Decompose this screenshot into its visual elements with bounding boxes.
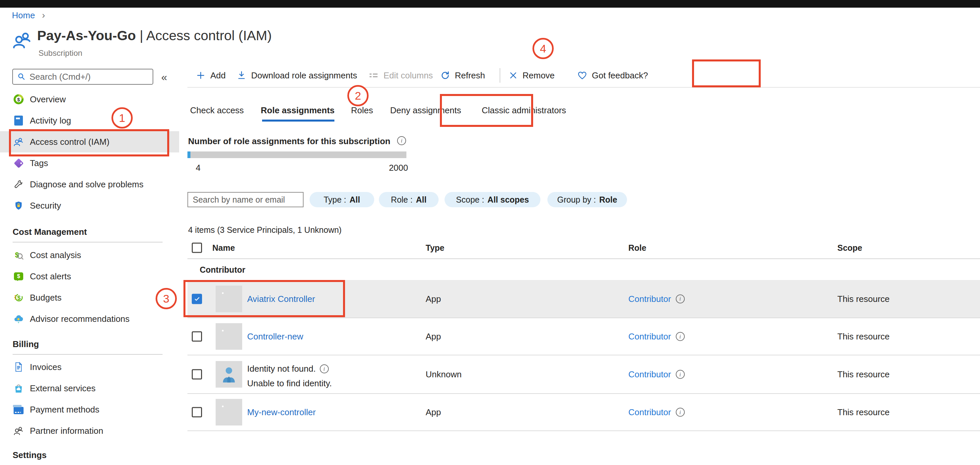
avatar: [216, 286, 242, 312]
sidebar-item-access-control-iam[interactable]: Access control (IAM): [0, 131, 179, 152]
sidebar-section-billing: Billing: [13, 339, 39, 349]
column-header-name[interactable]: Name: [212, 243, 235, 253]
scope-cell: This resource: [837, 369, 890, 380]
search-icon: [17, 72, 26, 81]
principal-name-link[interactable]: Aviatrix Controller: [247, 294, 315, 304]
sidebar: « Overview Activity log Access control (…: [0, 63, 184, 465]
budgets-icon: $: [13, 292, 24, 303]
identity-not-found-subtext: Unable to find identity.: [247, 378, 332, 388]
sidebar-item-invoices[interactable]: Invoices: [0, 356, 179, 378]
sidebar-search-box[interactable]: [12, 69, 153, 85]
download-icon: [237, 70, 247, 80]
info-icon[interactable]: i: [676, 294, 685, 303]
filter-pill-type[interactable]: Type :All: [310, 192, 374, 207]
row-checkbox[interactable]: [192, 407, 202, 417]
info-icon[interactable]: i: [320, 364, 329, 373]
tab-deny-assignments[interactable]: Deny assignments: [390, 101, 461, 119]
principal-type: App: [426, 294, 441, 304]
sidebar-item-diagnose[interactable]: Diagnose and solve problems: [0, 174, 179, 195]
table-row[interactable]: Identity not found. i Unable to find ide…: [188, 355, 980, 393]
sidebar-item-cost-analysis[interactable]: $ Cost analysis: [0, 244, 179, 266]
principal-name-link[interactable]: Controller-new: [247, 331, 303, 342]
info-icon[interactable]: i: [676, 370, 685, 379]
download-role-assignments-button[interactable]: Download role assignments: [237, 65, 357, 86]
sidebar-item-budgets[interactable]: $ Budgets: [0, 287, 179, 308]
filter-pill-role[interactable]: Role :All: [379, 192, 439, 207]
sidebar-item-overview[interactable]: Overview: [0, 89, 179, 110]
sidebar-item-activity-log[interactable]: Activity log: [0, 110, 179, 131]
refresh-button[interactable]: Refresh: [440, 65, 485, 86]
edit-columns-icon: [368, 70, 379, 81]
tab-check-access[interactable]: Check access: [190, 101, 244, 119]
table-row[interactable]: Aviatrix Controller App Contributori Thi…: [188, 280, 980, 318]
row-checkbox[interactable]: [192, 331, 202, 342]
role-link[interactable]: Contributor: [628, 407, 671, 417]
row-checkbox[interactable]: [192, 369, 202, 380]
role-assignments-table: Name Type Role Scope Contributor Aviatri…: [188, 237, 980, 431]
info-icon[interactable]: i: [676, 332, 685, 341]
sidebar-item-advisor[interactable]: Advisor recommendations: [0, 308, 179, 329]
overview-donut-icon: [13, 94, 24, 105]
app-window-icon: [220, 291, 237, 307]
section-divider: [13, 242, 162, 243]
toolbar-rule: [188, 87, 980, 88]
breadcrumb-home-link[interactable]: Home: [12, 10, 35, 20]
sidebar-collapse-icon[interactable]: «: [161, 71, 167, 83]
avatar: [216, 323, 242, 350]
tab-role-assignments[interactable]: Role assignments: [261, 101, 335, 119]
column-header-role[interactable]: Role: [628, 243, 646, 253]
role-link[interactable]: Contributor: [628, 294, 671, 304]
filter-pill-group-by[interactable]: Group by :Role: [547, 192, 627, 207]
sidebar-item-payment-methods[interactable]: Payment methods: [0, 399, 179, 420]
sidebar-section-settings: Settings: [13, 450, 47, 460]
tab-roles[interactable]: Roles: [351, 101, 373, 119]
external-services-icon: [13, 383, 24, 393]
invoice-icon: [13, 362, 24, 372]
role-cell: Contributori: [628, 331, 685, 342]
role-link[interactable]: Contributor: [628, 369, 671, 380]
active-tab-underline: [262, 120, 334, 121]
table-row[interactable]: My-new-controller App Contributori This …: [188, 393, 980, 431]
column-header-type[interactable]: Type: [426, 243, 445, 253]
table-row[interactable]: Controller-new App Contributori This res…: [188, 318, 980, 355]
table-search-box[interactable]: [188, 192, 304, 207]
sidebar-item-security[interactable]: Security: [0, 195, 179, 216]
subscription-people-icon: [12, 29, 32, 53]
page-subtitle: Subscription: [38, 48, 82, 58]
got-feedback-button[interactable]: Got feedback?: [577, 65, 648, 86]
principal-type: Unknown: [426, 369, 461, 380]
add-button[interactable]: Add: [196, 65, 226, 86]
filter-pill-scope[interactable]: Scope :All scopes: [445, 192, 541, 207]
tab-classic-administrators[interactable]: Classic administrators: [482, 101, 566, 119]
payment-card-icon: [13, 404, 24, 415]
cost-alerts-icon: $: [13, 271, 24, 282]
role-cell: Contributori: [628, 407, 685, 417]
identity-not-found-text: Identity not found. i: [247, 364, 329, 374]
items-summary: 4 items (3 Service Principals, 1 Unknown…: [188, 225, 342, 235]
column-header-scope[interactable]: Scope: [837, 243, 862, 253]
sidebar-item-tags[interactable]: Tags: [0, 152, 179, 174]
people-icon: [13, 136, 24, 147]
wrench-icon: [13, 179, 24, 190]
table-search-input[interactable]: [193, 195, 298, 205]
scope-cell: This resource: [837, 407, 890, 417]
sidebar-search-input[interactable]: [30, 72, 142, 82]
person-image-icon: [220, 365, 237, 384]
row-checkbox-checked[interactable]: [192, 294, 202, 304]
scope-cell: This resource: [837, 294, 890, 304]
principal-name-link[interactable]: My-new-controller: [247, 407, 316, 417]
tag-icon: [13, 158, 24, 168]
sidebar-item-cost-alerts[interactable]: $ Cost alerts: [0, 266, 179, 287]
info-icon[interactable]: i: [397, 136, 406, 145]
remove-x-icon: [509, 71, 518, 80]
select-all-checkbox[interactable]: [192, 243, 202, 253]
main-content: Add Download role assignments Edit colum…: [188, 0, 980, 465]
info-icon[interactable]: i: [676, 408, 685, 417]
sidebar-item-partner-information[interactable]: Partner information: [0, 420, 179, 441]
role-link[interactable]: Contributor: [628, 331, 671, 342]
sidebar-nav-billing: Invoices External services Payment metho…: [0, 356, 179, 441]
meter-limit-value: 2000: [373, 163, 408, 173]
role-assignments-meter-label: Number of role assignments for this subs…: [188, 136, 390, 147]
sidebar-item-external-services[interactable]: External services: [0, 378, 179, 399]
remove-button[interactable]: Remove: [509, 65, 555, 86]
